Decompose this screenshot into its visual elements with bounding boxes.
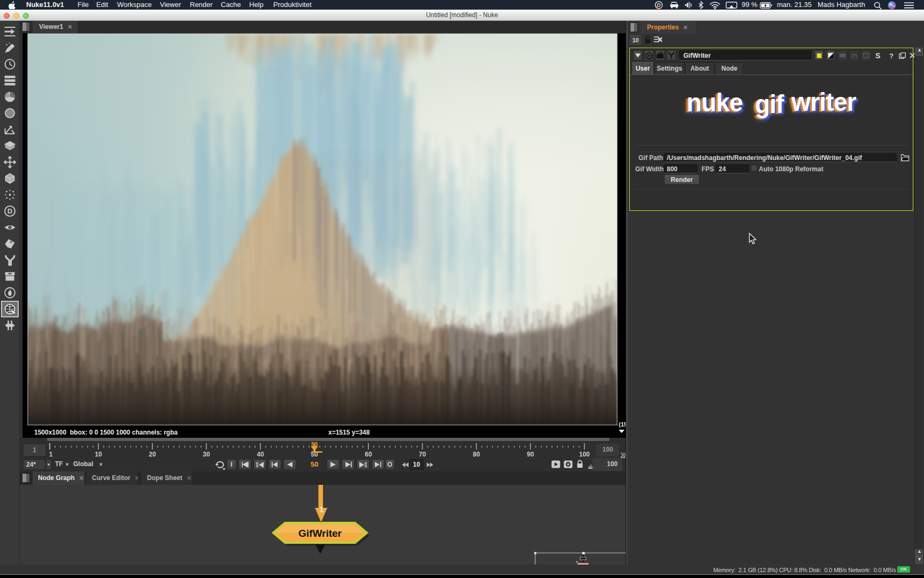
svg-text:D: D [7,207,12,215]
svg-text:1: 1 [319,505,324,514]
svg-text:70: 70 [419,451,426,458]
svg-text:20: 20 [149,451,156,458]
svg-text:40: 40 [257,451,264,458]
svg-text:30: 30 [203,451,210,458]
svg-text:60: 60 [365,451,372,458]
svg-text:10: 10 [95,451,102,458]
svg-text:GifWriter: GifWriter [298,528,342,539]
svg-text:80: 80 [473,451,480,458]
svg-text:1: 1 [49,451,53,458]
svg-text:90: 90 [527,451,534,458]
svg-text:100: 100 [579,451,590,458]
svg-text:50: 50 [311,442,318,447]
